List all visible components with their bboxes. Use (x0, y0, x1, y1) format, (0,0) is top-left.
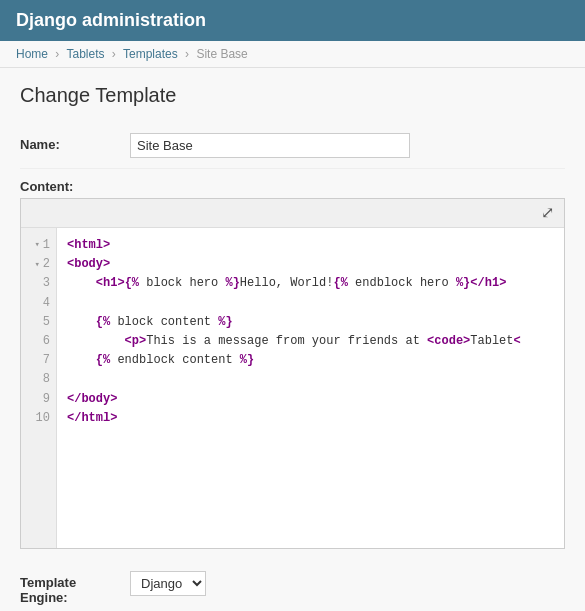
breadcrumb-sep3: › (185, 47, 189, 61)
page-title: Change Template (20, 84, 565, 107)
editor-toolbar: ⤢ (21, 199, 564, 228)
main-content: Change Template Name: Content: ⤢ ▾1 ▾2 3… (0, 68, 585, 611)
breadcrumb: Home › Tablets › Templates › Site Base (0, 41, 585, 68)
content-label: Content: (20, 179, 73, 194)
template-engine-field: Django (130, 571, 565, 596)
breadcrumb-templates[interactable]: Templates (123, 47, 178, 61)
name-field (130, 133, 565, 158)
name-label: Name: (20, 133, 130, 152)
name-input[interactable] (130, 133, 410, 158)
fullscreen-button[interactable]: ⤢ (537, 203, 558, 223)
code-editor-container: ⤢ ▾1 ▾2 3 4 5 6 7 8 9 10 <html> <body> <… (20, 198, 565, 549)
breadcrumb-sep: › (55, 47, 59, 61)
template-engine-select[interactable]: Django (130, 571, 206, 596)
name-row: Name: (20, 123, 565, 169)
template-engine-label: TemplateEngine: (20, 571, 130, 605)
code-editor[interactable]: ▾1 ▾2 3 4 5 6 7 8 9 10 <html> <body> <h1… (21, 228, 564, 548)
site-title: Django administration (16, 10, 569, 31)
breadcrumb-current: Site Base (196, 47, 247, 61)
breadcrumb-home[interactable]: Home (16, 47, 48, 61)
breadcrumb-sep2: › (112, 47, 116, 61)
site-header: Django administration (0, 0, 585, 41)
breadcrumb-tablets[interactable]: Tablets (66, 47, 104, 61)
content-label-row: Content: (20, 169, 565, 198)
code-text[interactable]: <html> <body> <h1>{% block hero %}Hello,… (57, 228, 564, 548)
template-engine-row: TemplateEngine: Django (20, 559, 565, 611)
form-section-bottom: TemplateEngine: Django Parent: ---------… (20, 559, 565, 611)
line-numbers: ▾1 ▾2 3 4 5 6 7 8 9 10 (21, 228, 57, 548)
